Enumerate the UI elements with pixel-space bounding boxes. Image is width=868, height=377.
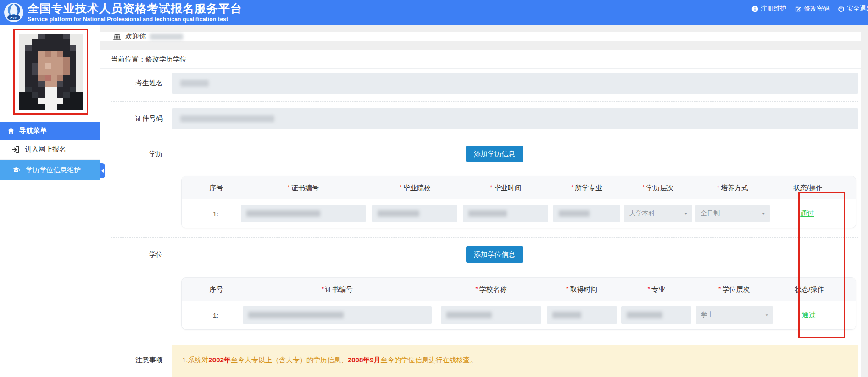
graduation-cap-icon bbox=[12, 166, 20, 174]
add-degree-button[interactable]: 添加学位信息 bbox=[466, 246, 523, 263]
power-icon bbox=[838, 6, 845, 12]
col-header-graduation-date: *毕业时间 bbox=[460, 184, 551, 192]
welcome-text: 欢迎你 bbox=[125, 32, 146, 41]
sidebar-item-enter-registration[interactable]: 进入网上报名 bbox=[0, 140, 100, 160]
safe-logout-link[interactable]: 安全退出 bbox=[838, 5, 868, 13]
degree-table-row: 1: 学士▼ 通过 bbox=[182, 301, 856, 329]
id-number-label: 证件号码 bbox=[111, 114, 172, 123]
info-icon bbox=[751, 6, 758, 12]
col-header-major: *专业 bbox=[619, 285, 693, 294]
education-table-header: 序号 *证书编号 *毕业院校 *毕业时间 *所学专业 *学历层次 *培养方式 状… bbox=[182, 176, 856, 199]
sidebar-item-education-degree-maintenance-label: 学历学位信息维护 bbox=[26, 166, 81, 174]
candidate-photo-pixelated bbox=[19, 34, 83, 110]
graduation-school-field bbox=[372, 205, 457, 222]
col-header-certificate-no: *证书编号 bbox=[237, 184, 370, 192]
dropdown-caret-icon: ▼ bbox=[765, 313, 768, 317]
training-mode-select[interactable]: 全日制▼ bbox=[695, 205, 770, 222]
col-header-certificate-no: *证书编号 bbox=[237, 285, 438, 294]
certificate-no-redacted bbox=[246, 210, 320, 217]
major-redacted bbox=[627, 312, 662, 318]
add-education-button[interactable]: 添加学历信息 bbox=[466, 146, 523, 162]
graduation-date-redacted bbox=[468, 210, 506, 217]
notes-row: 注意事项 1.系统对2002年至今大专以上（含大专）的学历信息、2008年9月至… bbox=[111, 345, 858, 377]
candidate-name-redacted bbox=[150, 34, 183, 40]
dropdown-caret-icon: ▼ bbox=[762, 212, 765, 216]
app-title: 全国专业技术人员资格考试报名服务平台 bbox=[28, 2, 242, 15]
school-name-field bbox=[441, 306, 541, 324]
chevron-left-icon bbox=[101, 169, 104, 173]
pta-logo: PTA bbox=[4, 2, 24, 23]
col-header-education-level: *学历层次 bbox=[623, 184, 694, 192]
sidebar-item-enter-registration-label: 进入网上报名 bbox=[25, 145, 66, 154]
education-section-row: 学历 添加学历信息 bbox=[111, 141, 858, 167]
divider bbox=[111, 339, 858, 339]
obtain-date-field bbox=[547, 306, 617, 324]
col-header-status-action: 状态/操作 bbox=[772, 184, 843, 192]
main-panel: 当前位置：修改学历学位 考生姓名 证件号码 bbox=[100, 50, 861, 377]
certificate-no-field bbox=[241, 205, 366, 222]
major-studied-redacted bbox=[559, 210, 590, 217]
degree-table: 序号 *证书编号 *学校名称 *取得时间 *专业 *学位层次 状态/操作 1: bbox=[181, 277, 856, 330]
sidebar-collapse-handle[interactable] bbox=[100, 163, 105, 178]
edit-icon bbox=[795, 6, 801, 12]
divider bbox=[111, 237, 858, 238]
row-seq: 1: bbox=[213, 210, 219, 218]
note-highlight-2002: 2002年 bbox=[209, 356, 231, 364]
safe-logout-label: 安全退出 bbox=[847, 5, 868, 13]
sidebar-item-nav-menu: 导航菜单 bbox=[0, 122, 100, 140]
register-maintenance-label: 注册维护 bbox=[761, 5, 786, 13]
notes-label: 注意事项 bbox=[111, 345, 172, 365]
sidebar-item-nav-menu-label: 导航菜单 bbox=[19, 126, 47, 135]
obtain-date-redacted bbox=[552, 312, 581, 318]
col-header-major-studied: *所学专业 bbox=[551, 184, 622, 192]
graduation-date-field bbox=[463, 205, 548, 222]
sidebar-item-education-degree-maintenance[interactable]: 学历学位信息维护 bbox=[0, 160, 100, 180]
app-titles: 全国专业技术人员资格考试报名服务平台 Service platform for … bbox=[28, 2, 242, 23]
id-number-row: 证件号码 bbox=[111, 108, 858, 129]
change-password-link[interactable]: 修改密码 bbox=[795, 5, 829, 13]
candidate-name-field bbox=[172, 73, 858, 94]
degree-level-select[interactable]: 学士▼ bbox=[696, 306, 773, 324]
col-header-graduation-school: *毕业院校 bbox=[370, 184, 461, 192]
col-header-seq: 序号 bbox=[195, 184, 237, 192]
education-level-select[interactable]: 大学本科▼ bbox=[624, 205, 692, 222]
major-studied-field bbox=[553, 205, 620, 222]
degree-section-row: 学位 添加学位信息 bbox=[111, 242, 858, 267]
candidate-name-value-redacted bbox=[180, 80, 209, 87]
divider bbox=[111, 137, 858, 137]
dropdown-caret-icon: ▼ bbox=[684, 212, 688, 216]
breadcrumb: 当前位置：修改学历学位 bbox=[100, 50, 861, 69]
register-maintenance-link[interactable]: 注册维护 bbox=[751, 5, 786, 13]
candidate-photo-annotated bbox=[13, 29, 88, 115]
app-subtitle: Service platform for National Profession… bbox=[28, 16, 242, 23]
col-header-seq: 序号 bbox=[195, 285, 237, 294]
candidate-name-label: 考生姓名 bbox=[111, 79, 172, 88]
page: PTA 全国专业技术人员资格考试报名服务平台 Service platform … bbox=[0, 0, 868, 377]
col-header-training-mode: *培养方式 bbox=[694, 184, 772, 192]
app-header: PTA 全国专业技术人员资格考试报名服务平台 Service platform … bbox=[0, 0, 868, 25]
degree-status-pass-link[interactable]: 通过 bbox=[802, 311, 816, 320]
notes-box: 1.系统对2002年至今大专以上（含大专）的学历信息、2008年9月至今的学位信… bbox=[172, 345, 858, 377]
id-number-field bbox=[172, 108, 858, 129]
certificate-no-field bbox=[243, 306, 432, 324]
row-seq: 1: bbox=[213, 311, 219, 319]
pta-logo-text: PTA bbox=[10, 16, 17, 20]
institution-icon bbox=[113, 33, 121, 40]
main-area: 欢迎你 当前位置：修改学历学位 考生姓名 证件号码 bbox=[100, 25, 868, 377]
welcome-bar: 欢迎你 bbox=[100, 32, 861, 41]
col-header-status-action: 状态/操作 bbox=[775, 285, 843, 294]
graduation-school-redacted bbox=[378, 210, 419, 217]
candidate-name-row: 考生姓名 bbox=[111, 73, 858, 94]
col-header-degree-level: *学位层次 bbox=[694, 285, 775, 294]
degree-table-header: 序号 *证书编号 *学校名称 *取得时间 *专业 *学位层次 状态/操作 bbox=[182, 278, 856, 301]
col-header-school-name: *学校名称 bbox=[438, 285, 545, 294]
major-field bbox=[621, 306, 691, 324]
header-links: 注册维护 修改密码 安全退出 bbox=[751, 5, 868, 13]
education-degree-form: 考生姓名 证件号码 学历 添加学历信息 bbox=[100, 69, 861, 377]
sign-in-icon bbox=[12, 146, 19, 153]
certificate-no-redacted bbox=[248, 312, 344, 318]
education-table: 序号 *证书编号 *毕业院校 *毕业时间 *所学专业 *学历层次 *培养方式 状… bbox=[181, 176, 856, 228]
education-table-row: 1: 大学本科▼ 全日制▼ 通过 bbox=[182, 199, 856, 228]
education-status-pass-link[interactable]: 通过 bbox=[800, 209, 814, 218]
sidebar-nav: 导航菜单 进入网上报名 学历学位信息维护 bbox=[0, 122, 100, 180]
